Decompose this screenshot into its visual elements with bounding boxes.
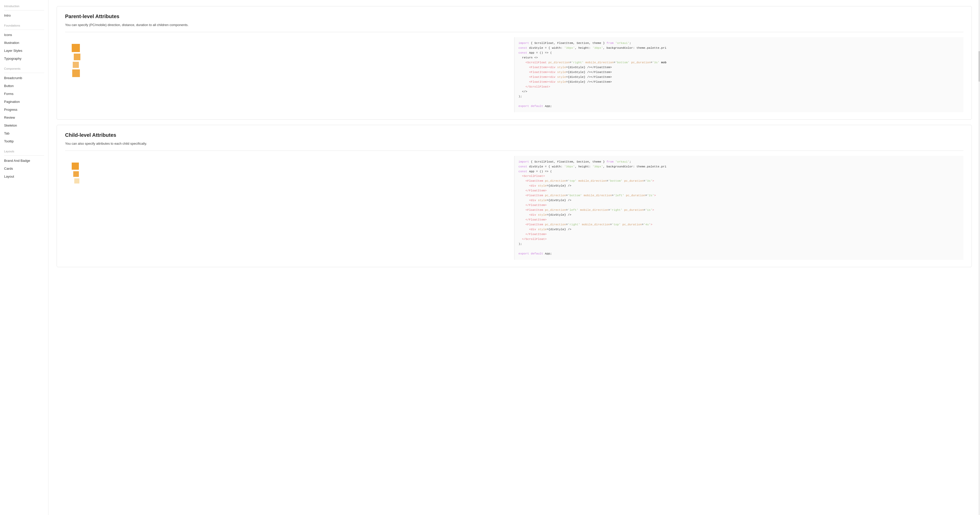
square-3 — [73, 62, 79, 68]
sidebar-item-layer-styles[interactable]: Layer Styles — [0, 47, 48, 55]
sidebar-item-pagination[interactable]: Pagination — [0, 98, 48, 106]
square-1 — [72, 44, 80, 52]
sidebar-item-breadcrumb[interactable]: Breadcrumb — [0, 74, 48, 82]
child-level-section: Child-level Attributes You can also spec… — [57, 125, 972, 267]
sidebar-item-button[interactable]: Button — [0, 82, 48, 90]
child-level-demo-wrapper: import { ScrollFloat, FloatItem, Section… — [65, 156, 963, 260]
sidebar-item-tooltip[interactable]: Tooltip — [0, 137, 48, 145]
scrollbar[interactable] — [978, 0, 980, 515]
child-level-description: You can also specify attributes to each … — [65, 141, 963, 145]
child-square-2 — [73, 171, 79, 177]
sidebar-divider-components — [4, 73, 44, 73]
sidebar-item-forms[interactable]: Forms — [0, 90, 48, 98]
square-4 — [72, 70, 80, 77]
sidebar-item-typography[interactable]: Typography — [0, 55, 48, 62]
parent-level-demo — [65, 37, 514, 112]
parent-level-divider — [65, 32, 963, 32]
sidebar-item-progress[interactable]: Progress — [0, 106, 48, 114]
sidebar-item-intro[interactable]: Intro — [0, 11, 48, 19]
sidebar-divider-foundations — [4, 30, 44, 30]
main-content: Parent-level Attributes You can specify … — [48, 0, 980, 515]
child-level-code: import { ScrollFloat, FloatItem, Section… — [514, 156, 964, 260]
parent-level-title: Parent-level Attributes — [65, 14, 963, 19]
sidebar-item-illustration[interactable]: Illustration — [0, 39, 48, 47]
sidebar-section-foundations: Foundations — [0, 19, 48, 29]
parent-level-squares — [69, 41, 83, 79]
sidebar-divider-introduction — [4, 10, 44, 11]
sidebar: Introduction Intro Foundations Icons Ill… — [0, 0, 48, 515]
sidebar-item-tab[interactable]: Tab — [0, 129, 48, 137]
sidebar-item-review[interactable]: Review — [0, 114, 48, 121]
parent-level-code: import { ScrollFloat, FloatItem, Section… — [514, 37, 964, 112]
child-level-demo — [65, 156, 514, 260]
parent-level-description: You can specify (PC/mobile) direction, d… — [65, 23, 963, 27]
child-square-1 — [72, 162, 79, 170]
sidebar-item-icons[interactable]: Icons — [0, 31, 48, 39]
sidebar-section-layouts: Layouts — [0, 145, 48, 154]
parent-level-demo-wrapper: import { ScrollFloat, FloatItem, Section… — [65, 37, 963, 112]
sidebar-item-skeleton[interactable]: Skeleton — [0, 121, 48, 129]
parent-level-section: Parent-level Attributes You can specify … — [57, 6, 972, 120]
scrollbar-thumb[interactable] — [978, 51, 980, 82]
child-level-divider — [65, 151, 963, 151]
child-square-3 — [74, 178, 80, 183]
child-level-title: Child-level Attributes — [65, 132, 963, 138]
sidebar-section-components: Components — [0, 62, 48, 72]
sidebar-section-introduction: Introduction — [0, 0, 48, 9]
child-level-squares — [69, 160, 82, 186]
square-2 — [74, 54, 80, 60]
sidebar-item-brand-and-badge[interactable]: Brand And Badge — [0, 157, 48, 165]
sidebar-item-cards[interactable]: Cards — [0, 165, 48, 173]
sidebar-item-layout[interactable]: Layout — [0, 173, 48, 180]
